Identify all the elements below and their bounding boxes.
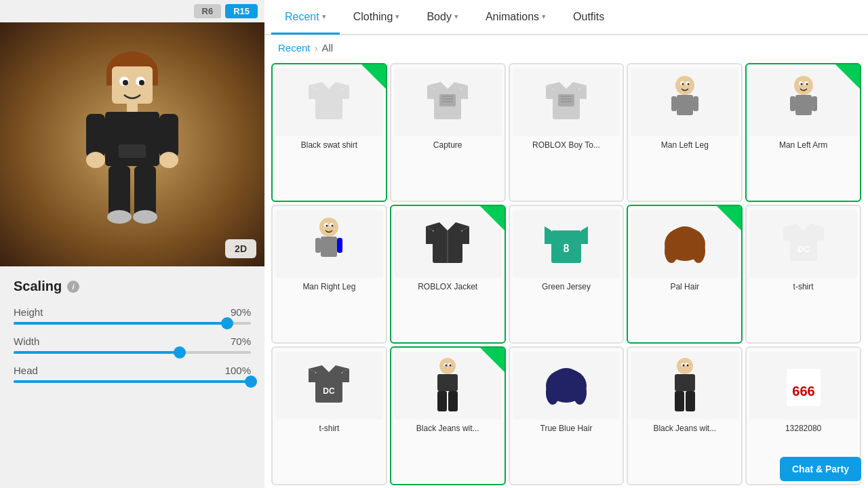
svg-text:DC: DC — [797, 245, 810, 254]
svg-point-58 — [332, 225, 334, 227]
r15-button[interactable]: R15 — [225, 4, 258, 18]
svg-marker-68 — [545, 226, 551, 244]
svg-point-5 — [123, 80, 128, 85]
svg-rect-92 — [448, 391, 458, 411]
item-label: ROBLOX Boy To... — [532, 140, 600, 151]
item-card-item11[interactable]: DC t-shirt — [271, 346, 387, 485]
width-thumb[interactable] — [174, 346, 186, 359]
nav-body[interactable]: Body ▾ — [413, 1, 471, 35]
svg-point-74 — [692, 239, 705, 263]
svg-rect-102 — [675, 374, 695, 391]
item-card-item7[interactable]: ROBLOX Jacket — [390, 205, 506, 344]
svg-point-99 — [682, 365, 684, 367]
svg-rect-90 — [437, 374, 458, 391]
breadcrumb: Recent › All — [264, 35, 868, 60]
nav-clothing[interactable]: Clothing ▾ — [340, 1, 414, 35]
item-card-item5[interactable]: Man Left Arm — [745, 63, 861, 202]
item-label: Black Jeans wit... — [653, 424, 716, 434]
svg-rect-14 — [108, 166, 130, 217]
svg-rect-104 — [686, 391, 695, 411]
svg-point-6 — [139, 80, 144, 85]
svg-point-54 — [319, 218, 338, 237]
item-card-item13[interactable]: True Blue Hair — [509, 346, 625, 485]
item-card-item12[interactable]: Black Jeans wit... — [390, 346, 506, 485]
svg-rect-7 — [127, 104, 138, 112]
svg-marker-78 — [783, 224, 824, 230]
item-card-item9[interactable]: Pal Hair — [627, 205, 743, 344]
item-card-item2[interactable]: Capture — [390, 63, 506, 202]
nav-recent[interactable]: Recent ▾ — [271, 1, 340, 35]
item-thumb — [513, 352, 620, 420]
scaling-info-icon[interactable]: i — [67, 281, 79, 293]
svg-point-40 — [682, 83, 684, 85]
nav-animations[interactable]: Animations ▾ — [472, 1, 559, 35]
svg-point-85 — [439, 358, 456, 374]
scaling-section: Scaling i Height 90% Width 70% — [0, 266, 264, 488]
item-label: True Blue Hair — [540, 424, 593, 434]
svg-point-46 — [794, 76, 813, 95]
item-thumb: 8 — [513, 210, 620, 278]
item-card-item4[interactable]: Man Left Leg — [627, 63, 743, 202]
svg-rect-44 — [671, 96, 677, 111]
chat-party-button[interactable]: Chat & Party — [780, 457, 861, 481]
svg-point-56 — [326, 225, 328, 227]
version-bar: R6 R15 — [0, 0, 264, 22]
head-value: 100% — [225, 365, 251, 376]
item-card-item1[interactable]: Black swat shirt — [271, 63, 387, 202]
svg-rect-52 — [790, 96, 795, 111]
svg-rect-9 — [119, 144, 146, 158]
svg-point-42 — [687, 83, 689, 85]
selected-indicator — [480, 348, 505, 372]
selected-indicator — [361, 64, 386, 89]
item-card-item6[interactable]: Man Right Leg — [271, 205, 387, 344]
svg-text:666: 666 — [792, 384, 814, 399]
svg-rect-10 — [86, 114, 105, 158]
avatar-figure — [78, 46, 186, 243]
svg-rect-45 — [693, 96, 698, 111]
avatar-preview: 2D — [0, 22, 264, 266]
svg-rect-91 — [437, 391, 447, 411]
head-thumb[interactable] — [245, 375, 257, 388]
recent-chevron: ▾ — [322, 12, 326, 21]
head-fill — [14, 380, 251, 383]
item-thumb — [513, 68, 620, 136]
breadcrumb-root[interactable]: Recent — [278, 42, 311, 54]
width-value: 70% — [231, 336, 251, 347]
svg-rect-53 — [812, 96, 817, 111]
nav-outfits[interactable]: Outfits — [559, 1, 618, 35]
width-slider-row: Width 70% — [14, 336, 251, 354]
item-label: Green Jersey — [542, 282, 591, 293]
right-panel: Recent ▾ Clothing ▾ Body ▾ Animations ▾ … — [264, 0, 868, 488]
item-label: Man Right Leg — [302, 282, 355, 293]
item-thumb: 666 — [749, 352, 857, 420]
scaling-title: Scaling i — [14, 279, 251, 294]
item-label: t-shirt — [319, 424, 339, 434]
svg-rect-15 — [134, 166, 156, 217]
head-track — [14, 380, 251, 383]
head-slider-row: Head 100% — [14, 365, 251, 383]
item-label: 13282080 — [785, 424, 821, 434]
item-card-item10[interactable]: DC t-shirt — [745, 205, 861, 344]
svg-marker-33 — [546, 82, 587, 89]
btn-2d[interactable]: 2D — [225, 239, 256, 258]
svg-point-97 — [677, 358, 693, 374]
item-thumb — [394, 68, 502, 136]
width-label: Width — [14, 336, 39, 347]
item-card-item3[interactable]: ROBLOX Boy To... — [509, 63, 625, 202]
svg-marker-21 — [309, 82, 349, 89]
svg-text:8: 8 — [564, 243, 570, 254]
item-label: Man Left Leg — [661, 140, 709, 151]
item-card-item14[interactable]: Black Jeans wit... — [627, 346, 743, 485]
height-slider-row: Height 90% — [14, 306, 251, 325]
svg-point-96 — [573, 380, 587, 405]
height-fill — [14, 322, 227, 325]
items-grid: Black swat shirt Capture ROBLOX Boy To..… — [264, 60, 868, 488]
r6-button[interactable]: R6 — [194, 4, 222, 18]
item-thumb — [631, 68, 738, 136]
height-thumb[interactable] — [221, 317, 233, 329]
height-track — [14, 322, 251, 325]
item-card-item8[interactable]: 8 Green Jersey — [509, 205, 625, 344]
body-chevron: ▾ — [454, 12, 458, 21]
width-fill — [14, 351, 180, 354]
item-label: Capture — [433, 140, 462, 151]
